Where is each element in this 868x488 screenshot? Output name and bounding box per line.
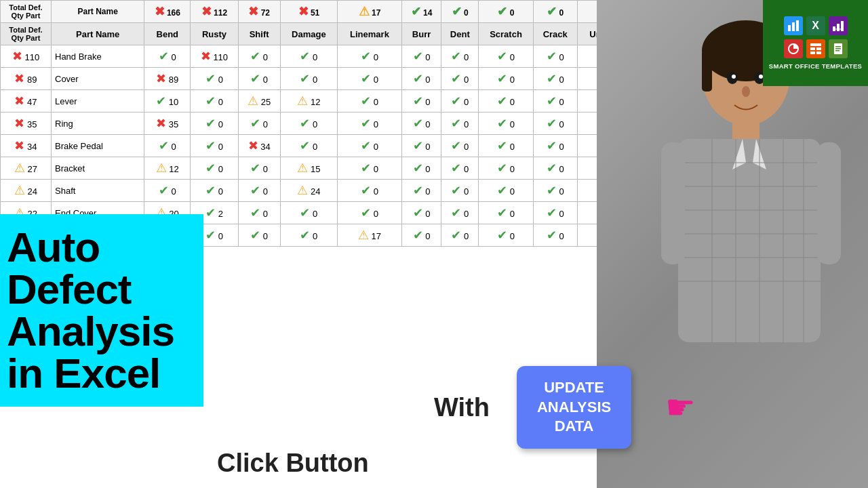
row-scratch: ✔ 0: [479, 224, 534, 247]
row-scratch: ✔ 0: [479, 68, 534, 90]
row-rusty: ✖ 110: [191, 45, 238, 68]
row-part-name: Ring: [52, 113, 144, 135]
damage-col-header: Damage: [280, 23, 338, 45]
click-button-label: Click Button: [217, 449, 369, 477]
burr-total-cell: ✔ 14: [401, 1, 441, 23]
part-name-col-header: Part Name: [52, 23, 144, 45]
row-rusty: ✔ 0: [191, 135, 238, 157]
row-dent: ✔ 0: [441, 180, 479, 202]
row-bend: ✔ 0: [144, 135, 191, 157]
row-damage: ✔ 0: [280, 113, 338, 135]
row-crack: ✔ 0: [533, 113, 577, 135]
table-row: ✖ 110Hand Brake✔ 0✖ 110✔ 0✔ 0✔ 0✔ 0✔ 0✔ …: [1, 45, 678, 68]
scratch-total-value: 0: [510, 8, 515, 18]
row-shift: ✔ 0: [238, 224, 280, 247]
row-shift: ✔ 0: [238, 113, 280, 135]
click-button-row: Click Button: [217, 449, 696, 478]
row-dent: ✔ 0: [441, 68, 479, 90]
row-damage: ✔ 0: [280, 224, 338, 247]
dent-col-header: Dent: [441, 23, 479, 45]
row-linemark: ✔ 0: [338, 90, 402, 113]
row-shift: ✖ 34: [238, 135, 280, 157]
dent-total-cell: ✔ 0: [441, 1, 479, 23]
svg-rect-3: [732, 119, 760, 142]
row-rusty: ✔ 0: [191, 157, 238, 180]
scratch-col-header: Scratch: [479, 23, 534, 45]
row-linemark: ✔ 0: [338, 135, 402, 157]
svg-rect-26: [792, 22, 795, 31]
crack-total-cell: ✔ 0: [533, 1, 577, 23]
row-linemark: ✔ 0: [338, 68, 402, 90]
svg-point-22: [732, 75, 736, 79]
damage-total-cell: ✖ 51: [280, 1, 338, 23]
dent-total-icon: ✔: [452, 5, 462, 18]
row-bend: ✔ 0: [144, 45, 191, 68]
row-bend: ⚠ 12: [144, 157, 191, 180]
damage-total-icon: ✖: [298, 5, 309, 18]
rusty-col-header: Rusty: [191, 23, 238, 45]
rusty-total-value: 112: [214, 8, 227, 18]
update-btn-line1: UPDATE: [544, 379, 604, 396]
row-part-name: Bracket: [52, 157, 144, 180]
title-overlay: Auto Defect Analysis in Excel: [0, 214, 203, 407]
dent-total-value: 0: [464, 8, 469, 18]
logo-table-icon: [806, 39, 825, 58]
bend-total-icon: ✖: [155, 5, 165, 18]
row-burr: ✔ 0: [401, 180, 441, 202]
svg-rect-40: [835, 48, 841, 49]
linemark-col-header: Linemark: [338, 23, 402, 45]
rusty-total-icon: ✖: [201, 5, 212, 18]
burr-total-value: 14: [423, 8, 432, 18]
row-scratch: ✔ 0: [479, 202, 534, 224]
bend-total-cell: ✖ 166: [144, 1, 191, 23]
row-rusty: ✔ 0: [191, 68, 238, 90]
linemark-total-cell: ⚠ 17: [338, 1, 402, 23]
row-bend: ✔ 0: [144, 180, 191, 202]
row-crack: ✔ 0: [533, 224, 577, 247]
total-def-header: Total Def.Qty Part: [1, 1, 52, 23]
logo-pie-icon: [784, 39, 803, 58]
row-scratch: ✔ 0: [479, 113, 534, 135]
table-row: ✖ 34Brake Pedal✔ 0✔ 0✖ 34✔ 0✔ 0✔ 0✔ 0✔ 0…: [1, 135, 678, 157]
row-part-name: Cover: [52, 68, 144, 90]
logo-chart-icon: [784, 16, 803, 35]
update-btn-line2: ANALYSIS DATA: [537, 399, 611, 435]
row-status: ✖ 110: [1, 45, 52, 68]
svg-rect-19: [817, 142, 841, 264]
row-damage: ✔ 0: [280, 45, 338, 68]
bend-total-value: 166: [167, 8, 180, 18]
row-damage: ✔ 0: [280, 135, 338, 157]
row-crack: ✔ 0: [533, 45, 577, 68]
row-part-name: Brake Pedal: [52, 135, 144, 157]
row-dent: ✔ 0: [441, 90, 479, 113]
svg-rect-25: [788, 25, 791, 31]
title-line1: Auto Defect Analysis: [7, 226, 190, 352]
row-scratch: ✔ 0: [479, 90, 534, 113]
burr-col-header: Burr: [401, 23, 441, 45]
crack-total-icon: ✔: [547, 5, 557, 18]
row-shift: ✔ 0: [238, 45, 280, 68]
damage-total-value: 51: [311, 8, 319, 18]
table-row: ✖ 89Cover✖ 89✔ 0✔ 0✔ 0✔ 0✔ 0✔ 0✔ 0✔ 0✔ 0…: [1, 68, 678, 90]
row-linemark: ✔ 0: [338, 157, 402, 180]
row-status: ⚠ 24: [1, 180, 52, 202]
row-part-name: Lever: [52, 90, 144, 113]
svg-rect-37: [816, 52, 821, 54]
part-name-header: Part Name: [52, 1, 144, 23]
row-scratch: ✔ 0: [479, 180, 534, 202]
update-analysis-button[interactable]: UPDATE ANALYSIS DATA: [517, 366, 631, 449]
row-burr: ✔ 0: [401, 113, 441, 135]
logo-doc-icon: [829, 39, 848, 58]
svg-rect-18: [661, 142, 685, 264]
logo-icons-row-2: [784, 39, 848, 58]
title-line2: in Excel: [7, 352, 190, 394]
row-scratch: ✔ 0: [479, 135, 534, 157]
shift-total-icon: ✖: [248, 5, 258, 18]
row-bend: ✖ 35: [144, 113, 191, 135]
row-status: ✖ 34: [1, 135, 52, 157]
row-damage: ✔ 0: [280, 68, 338, 90]
row-burr: ✔ 0: [401, 224, 441, 247]
hand-cursor-icon: ☛: [665, 388, 696, 427]
svg-rect-41: [835, 50, 840, 52]
svg-point-24: [742, 86, 750, 97]
